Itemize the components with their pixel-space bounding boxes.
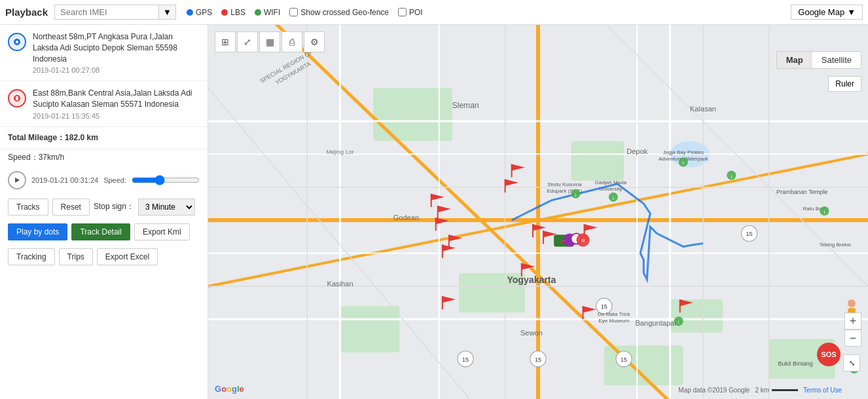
tracks-reset-row: Tracks Reset Stop sign： 3 Minute 5 Minut… (0, 195, 208, 219)
playback-controls: 2019-01-21 00:31:24 Speed: (0, 168, 208, 195)
svg-text:Kalasan: Kalasan (690, 105, 716, 113)
geofence-checkbox[interactable] (289, 8, 298, 16)
scale-line (772, 389, 798, 391)
g-letter: G (215, 384, 221, 394)
stop-sign-container: Stop sign： 3 Minute 5 Minute 10 Minute 3… (94, 199, 195, 216)
wifi-dot (255, 9, 261, 16)
speed-label: Speed：37km/h (8, 153, 64, 162)
left-panel: Northeast 58m,PT Angkasa Pura I,Jalan La… (0, 25, 208, 399)
tool-grid-btn[interactable]: ▦ (259, 31, 280, 52)
search-input[interactable] (54, 5, 159, 20)
track-item-start[interactable]: Northeast 58m,PT Angkasa Pura I,Jalan La… (0, 25, 208, 81)
stop-sign-select[interactable]: 3 Minute 5 Minute 10 Minute 30 Minute (138, 199, 195, 216)
speed-slider[interactable] (132, 175, 200, 185)
svg-marker-4 (15, 178, 20, 183)
export-kml-button[interactable]: Export Kml (134, 223, 190, 240)
start-time: 2019-01-21 00:27:08 (33, 66, 200, 74)
svg-text:i: i (683, 160, 684, 166)
svg-text:Bukit Bintang: Bukit Bintang (778, 360, 812, 367)
wifi-label: WIFI (264, 8, 280, 17)
reset-button[interactable]: Reset (52, 199, 90, 216)
svg-text:15: 15 (462, 356, 469, 363)
svg-text:i: i (575, 192, 577, 198)
scale-container: 2 km (755, 387, 798, 394)
speed-prefix: Speed: (103, 176, 126, 184)
svg-text:Kasihan: Kasihan (327, 280, 353, 288)
tracks-button[interactable]: Tracks (8, 199, 48, 216)
ruler-btn[interactable]: Ruler (828, 76, 861, 92)
play-by-dots-button[interactable]: Play by dots (8, 223, 67, 240)
tool-expand-btn[interactable]: ⊞ (215, 31, 236, 52)
start-icon (8, 33, 26, 51)
svg-text:i: i (613, 195, 614, 201)
search-container: ▼ (54, 5, 176, 20)
svg-rect-7 (571, 141, 624, 180)
legend-poi[interactable]: POI (398, 8, 423, 17)
map-background: 15 15 15 15 15 Sleman Godean Kasihan Yog… (208, 25, 868, 399)
legend-lbs: LBS (221, 8, 245, 17)
svg-text:i: i (824, 209, 825, 215)
fullscreen-toggle[interactable]: ⤡ (843, 354, 860, 371)
end-icon (8, 89, 26, 107)
track-detail-button[interactable]: Track Detail (71, 223, 130, 240)
playback-time: 2019-01-21 00:31:24 (31, 176, 98, 184)
svg-text:Tebing Breksi: Tebing Breksi (819, 242, 851, 248)
terms-label[interactable]: Terms of Use (803, 387, 842, 394)
map-svg: 15 15 15 15 15 Sleman Godean Kasihan Yog… (208, 25, 868, 399)
svg-rect-9 (670, 299, 723, 332)
svg-point-1 (16, 41, 18, 43)
stop-sign-label: Stop sign： (94, 201, 134, 212)
sos-btn[interactable]: SOS (817, 343, 841, 366)
map-attribution: Map data ©2019 Google 2 km Terms of Use (678, 387, 842, 394)
tool-fullscreen-btn[interactable]: ⤢ (237, 31, 258, 52)
tool-export-btn[interactable]: ⎙ (281, 31, 302, 52)
legend-geofence[interactable]: Show crossed Geo-fence (289, 8, 389, 17)
scale-label: 2 km (755, 387, 769, 394)
svg-text:Godean: Godean (393, 214, 419, 221)
trips-button[interactable]: Trips (59, 248, 93, 265)
poi-label: POI (409, 8, 423, 17)
map-type-selector[interactable]: Google Map ▼ (791, 5, 863, 20)
speed-row: Speed：37km/h (0, 149, 208, 168)
map-view-satellite-btn[interactable]: Satellite (812, 52, 861, 68)
map-legend: GPS LBS WIFI Show crossed Geo-fence POI (187, 8, 423, 17)
svg-text:15: 15 (601, 303, 607, 310)
sos-label: SOS (821, 351, 836, 358)
start-address: Northeast 58m,PT Angkasa Pura I,Jalan La… (33, 31, 200, 64)
tool-settings-btn[interactable]: ⚙ (304, 31, 325, 52)
track-item-end[interactable]: East 88m,Bank Central Asia,Jalan Laksda … (0, 81, 208, 127)
svg-text:15: 15 (535, 356, 541, 363)
svg-text:Banguntapan: Banguntapan (635, 319, 678, 327)
export-excel-button[interactable]: Export Excel (97, 248, 158, 265)
search-dropdown-btn[interactable]: ▼ (159, 5, 176, 20)
page-title: Playback (5, 7, 48, 18)
map-toolbar: ⊞ ⤢ ▦ ⎙ ⚙ (215, 31, 325, 52)
location-end-icon (12, 94, 22, 103)
svg-text:Prambanan Temple: Prambanan Temple (776, 189, 827, 195)
svg-text:Sewon: Sewon (520, 330, 543, 337)
lbs-label: LBS (230, 8, 245, 17)
play-button[interactable] (8, 171, 26, 189)
gps-dot (187, 9, 193, 16)
svg-text:Jogja Bay Pirates: Jogja Bay Pirates (662, 149, 704, 155)
svg-text:Eye Museum: Eye Museum (598, 318, 629, 324)
svg-rect-6 (373, 88, 452, 142)
map-view-buttons: Map Satellite (776, 51, 861, 69)
svg-text:Gadjah Mada: Gadjah Mada (595, 180, 627, 185)
poi-checkbox[interactable] (398, 8, 407, 16)
tracking-button[interactable]: Tracking (8, 248, 55, 265)
map-view-map-btn[interactable]: Map (777, 52, 812, 68)
action-row-2: Tracking Trips Export Excel (0, 244, 208, 269)
end-time: 2019-01-21 15:35:45 (33, 112, 200, 120)
svg-text:15: 15 (621, 356, 627, 363)
gps-label: GPS (196, 8, 212, 17)
svg-text:Sleman: Sleman (452, 101, 479, 110)
main-layout: Northeast 58m,PT Angkasa Pura I,Jalan La… (0, 25, 868, 399)
action-row-1: Play by dots Track Detail Export Kml (0, 219, 208, 244)
map-area: 15 15 15 15 15 Sleman Godean Kasihan Yog… (208, 25, 868, 399)
o2-letter: o (226, 384, 232, 394)
zoom-in-btn[interactable]: + (844, 313, 861, 330)
zoom-out-btn[interactable]: − (844, 330, 861, 347)
fullscreen-btn[interactable]: ⤡ (843, 354, 860, 371)
e-letter: e (240, 384, 244, 394)
